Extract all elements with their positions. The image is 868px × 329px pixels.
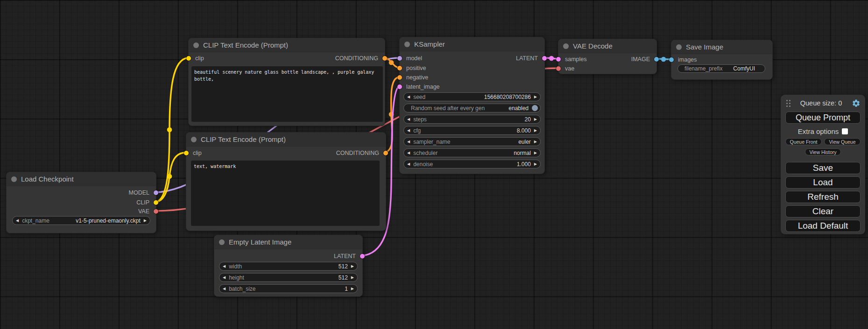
- output-slot-icon[interactable]: [360, 254, 365, 259]
- widget-sampler-name[interactable]: ◀sampler_nameeuler▶: [403, 137, 541, 146]
- decrement-arrow-icon[interactable]: ◀: [407, 129, 410, 133]
- widget-cfg[interactable]: ◀cfg8.000▶: [403, 126, 541, 135]
- node-title: Empty Latent Image: [229, 238, 291, 246]
- increment-arrow-icon[interactable]: ▶: [534, 95, 537, 99]
- load-button[interactable]: Load: [785, 176, 861, 189]
- widget-Random seed after every gen[interactable]: Random seed after every genenabled: [403, 104, 541, 112]
- widget-denoise[interactable]: ◀denoise1.000▶: [403, 160, 541, 168]
- node-load-checkpoint[interactable]: Load CheckpointMODELCLIPVAE◀ckpt_namev1-…: [6, 172, 156, 233]
- decrement-arrow-icon[interactable]: ◀: [407, 118, 410, 121]
- widget-label: sampler_name: [413, 139, 450, 145]
- increment-arrow-icon[interactable]: ▶: [534, 129, 537, 133]
- widget-label: seed: [413, 94, 425, 100]
- view-queue-button[interactable]: View Queue: [824, 138, 861, 145]
- input-slot-icon[interactable]: [397, 66, 402, 70]
- node-ksampler[interactable]: KSamplermodelpositivenegativelatent_imag…: [399, 37, 545, 174]
- extra-options-row: Extra options: [798, 128, 848, 135]
- node-title-bar: Empty Latent Image: [214, 235, 362, 249]
- samples-link-midpoint-dot: [549, 56, 554, 61]
- widget-label: filename_prefix: [685, 65, 722, 72]
- node-title-bar: VAE Decode: [558, 39, 656, 53]
- widget-filename-prefix[interactable]: filename_prefixComfyUI: [677, 64, 765, 73]
- node-title-bar: KSampler: [400, 37, 544, 51]
- node-clip-text-encode-positive[interactable]: CLIP Text Encode (Prompt)clipCONDITIONIN…: [188, 38, 385, 126]
- increment-arrow-icon[interactable]: ▶: [144, 219, 147, 223]
- node-title-bar: CLIP Text Encode (Prompt): [189, 38, 385, 52]
- widget-scheduler[interactable]: ◀schedulernormal▶: [403, 148, 541, 157]
- clip-link-negative-midpoint-dot: [167, 174, 172, 179]
- output-slot-icon[interactable]: [154, 190, 158, 195]
- widget-height[interactable]: ◀height512▶: [219, 273, 358, 282]
- prompt-textarea[interactable]: text, watermark: [191, 161, 380, 226]
- widget-value: 512: [339, 274, 348, 281]
- decrement-arrow-icon[interactable]: ◀: [223, 265, 226, 268]
- output-slot-icon[interactable]: [382, 56, 387, 61]
- output-port-label: LATENT: [516, 55, 538, 62]
- output-slot-icon[interactable]: [383, 151, 388, 155]
- clear-button[interactable]: Clear: [785, 205, 861, 217]
- output-slot-icon[interactable]: [154, 200, 158, 205]
- widget-width[interactable]: ◀width512▶: [219, 262, 358, 271]
- input-slot-icon[interactable]: [556, 66, 561, 71]
- decrement-arrow-icon[interactable]: ◀: [407, 95, 410, 99]
- toggle-knob-icon[interactable]: [532, 105, 538, 111]
- node-vae-decode[interactable]: VAE DecodesamplesvaeIMAGE: [558, 39, 657, 74]
- decrement-arrow-icon[interactable]: ◀: [407, 162, 410, 166]
- widget-label: width: [229, 263, 242, 270]
- node-empty-latent-image[interactable]: Empty Latent ImageLATENT◀width512▶◀heigh…: [214, 235, 363, 297]
- widget-steps[interactable]: ◀steps20▶: [403, 115, 541, 124]
- widget-seed[interactable]: ◀seed156680208700286▶: [403, 92, 541, 101]
- output-port-CONDITIONING: CONDITIONING: [186, 149, 386, 157]
- output-port-VAE: VAE: [7, 208, 156, 215]
- widget-batch-size[interactable]: ◀batch_size1▶: [219, 284, 358, 293]
- widget-value: normal: [514, 150, 531, 156]
- increment-arrow-icon[interactable]: ▶: [534, 151, 537, 155]
- view-history-button[interactable]: View History: [805, 148, 840, 155]
- settings-gear-icon[interactable]: [852, 99, 861, 108]
- prompt-textarea[interactable]: beautiful scenery nature glass bottle la…: [191, 66, 383, 122]
- increment-arrow-icon[interactable]: ▶: [534, 140, 537, 144]
- refresh-button[interactable]: Refresh: [785, 191, 861, 203]
- node-graph-canvas[interactable]: Queue size: 0 Queue Prompt Extra options…: [0, 0, 868, 329]
- node-title-bar: CLIP Text Encode (Prompt): [186, 133, 386, 147]
- queue-prompt-button[interactable]: Queue Prompt: [785, 112, 861, 124]
- decrement-arrow-icon[interactable]: ◀: [407, 140, 410, 144]
- node-status-icon: [11, 176, 17, 182]
- image-link-midpoint-dot: [661, 57, 666, 62]
- output-slot-icon[interactable]: [654, 57, 659, 62]
- save-button[interactable]: Save: [785, 162, 861, 174]
- decrement-arrow-icon[interactable]: ◀: [16, 219, 19, 223]
- increment-arrow-icon[interactable]: ▶: [534, 118, 537, 121]
- widget-ckpt-name[interactable]: ◀ckpt_namev1-5-pruned-emaonly.ckpt▶: [12, 216, 150, 225]
- clip-link-positive: [155, 58, 188, 202]
- output-port-CONDITIONING: CONDITIONING: [189, 55, 385, 62]
- node-status-icon: [676, 44, 682, 50]
- load-default-button[interactable]: Load Default: [785, 220, 861, 232]
- queue-front-button[interactable]: Queue Front: [785, 138, 822, 145]
- decrement-arrow-icon[interactable]: ◀: [223, 287, 226, 291]
- output-slot-icon[interactable]: [154, 209, 158, 214]
- widget-value: v1-5-pruned-emaonly.ckpt: [76, 217, 141, 224]
- output-port-LATENT: LATENT: [400, 55, 544, 62]
- node-clip-text-encode-negative[interactable]: CLIP Text Encode (Prompt)clipCONDITIONIN…: [186, 132, 386, 231]
- input-slot-icon[interactable]: [397, 84, 402, 89]
- node-save-image[interactable]: Save Imageimagesfilename_prefixComfyUI: [671, 40, 773, 80]
- increment-arrow-icon[interactable]: ▶: [534, 162, 537, 166]
- input-slot-icon[interactable]: [397, 75, 402, 80]
- node-status-icon: [563, 43, 569, 49]
- increment-arrow-icon[interactable]: ▶: [351, 276, 354, 280]
- input-slot-icon[interactable]: [669, 57, 674, 62]
- increment-arrow-icon[interactable]: ▶: [351, 287, 354, 291]
- node-title: CLIP Text Encode (Prompt): [201, 135, 286, 143]
- decrement-arrow-icon[interactable]: ◀: [407, 151, 410, 155]
- conditioning-link-negative: [384, 77, 399, 153]
- node-status-icon: [191, 137, 197, 142]
- decrement-arrow-icon[interactable]: ◀: [223, 276, 226, 280]
- extra-options-checkbox[interactable]: [842, 128, 848, 134]
- input-port-vae: vae: [558, 65, 656, 72]
- node-title-bar: Save Image: [671, 40, 772, 54]
- increment-arrow-icon[interactable]: ▶: [351, 265, 354, 268]
- widget-label: height: [229, 274, 244, 281]
- drag-handle-icon[interactable]: [786, 100, 790, 107]
- output-slot-icon[interactable]: [542, 56, 547, 61]
